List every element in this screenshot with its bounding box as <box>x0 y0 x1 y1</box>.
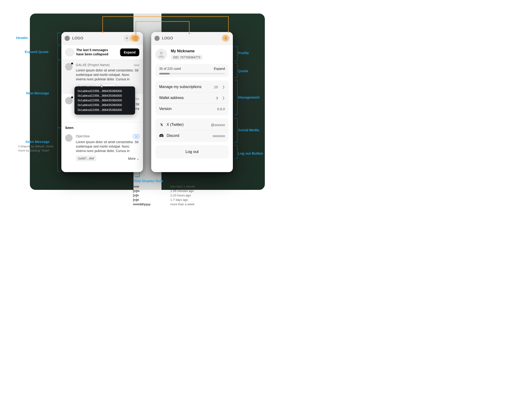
subscriptions-row[interactable]: Manage my subscriptions 25 ❯ <box>155 81 229 92</box>
row-label: Manage my subscriptions <box>159 85 201 89</box>
ann-management: Management <box>238 95 259 99</box>
feed-panel: LOGO + The last 5 messages have been col… <box>61 32 143 172</box>
profile-block: My Nickname DID: 707709384773 <box>151 45 233 64</box>
time-display-rule: Time Display Rule now less than 1 minute… <box>132 179 209 206</box>
row-label: X (Twitter) <box>167 123 184 127</box>
message-preview: Lorem ipsum dolor sit amet consectetur. … <box>76 68 139 81</box>
time-rule-row: mm/dd/yyyy more than a week <box>132 202 209 206</box>
discord-icon <box>159 134 164 137</box>
chevron-right-icon: ❯ <box>222 96 225 100</box>
tooltip-row: 0x1abksd22356...366435360000 <box>78 93 132 98</box>
logo-mark <box>154 36 160 41</box>
ann-header: Header <box>16 36 28 40</box>
tooltip-row: 0x1abksd22356...366435360000 <box>78 103 132 108</box>
version-row: Version 0.8.0 <box>155 103 229 114</box>
more-label: More <box>128 157 136 160</box>
row-value: xxxxxxx <box>213 134 225 138</box>
time-badge: 2d <box>133 134 139 138</box>
logout-card[interactable]: Log out <box>155 145 229 158</box>
row-value: 3 <box>216 96 218 100</box>
address-chip[interactable]: 0x897...4fef <box>76 156 96 161</box>
logo-text: LOGO <box>72 36 83 40</box>
wallet-row[interactable]: Wallet address 3 ❯ <box>155 92 229 103</box>
row-value: 25 <box>214 85 218 89</box>
chevron-down-icon: ⌄ <box>136 157 139 160</box>
back-button[interactable] <box>223 35 230 42</box>
ann-social: Social Media <box>238 128 259 132</box>
quota-bar <box>159 73 225 75</box>
cursor-icon <box>101 84 104 88</box>
unread-dot <box>71 63 73 64</box>
avatar <box>65 97 73 104</box>
row-label: Version <box>159 107 171 111</box>
time-rule-row: [n]h 1-23 hours ago <box>132 193 209 197</box>
chevron-left-icon <box>225 37 228 40</box>
chevron-right-icon: ❯ <box>222 85 225 89</box>
message-preview: Lorem ipsum dolor sit amet consectetur. … <box>76 140 139 153</box>
management-card: Manage my subscriptions 25 ❯ Wallet addr… <box>155 80 229 115</box>
tooltip-row: 0x1abksd22356...366435360000 <box>78 108 132 112</box>
time-rule-title: Time Display Rule <box>133 179 209 183</box>
seen-header: Seen <box>61 122 143 131</box>
ann-profile: Profile <box>238 51 249 55</box>
seen-message-item[interactable]: OpenSea 2d Lorem ipsum dolor sit amet co… <box>61 131 143 165</box>
addresses-tooltip: 0x1abksd22356...366435360000 0x1abksd223… <box>75 86 135 115</box>
ann-quota: Quota <box>238 69 248 73</box>
timestamp: now <box>134 63 139 67</box>
discord-row[interactable]: Discord xxxxxxx <box>155 130 229 141</box>
ann-new-message: New Message <box>26 91 49 95</box>
wireframe-canvas: LOGO + The last 5 messages have been col… <box>30 14 265 190</box>
quota-expand[interactable]: Expand <box>214 67 225 70</box>
sender-name: GALXE (Project Name) <box>76 63 110 67</box>
quota-card: 35 of 220 used Expand <box>155 64 229 77</box>
settings-panel: LOGO My Nickname DID: 707709384773 <box>151 32 233 172</box>
social-card: 𝕏 X (Twitter) @xxxxxx Discord xxxxxxx <box>155 118 229 142</box>
tooltip-row: 0x1abksd22356...366435360000 <box>78 89 132 93</box>
row-label: Wallet address <box>159 96 184 100</box>
logo-mark <box>65 36 70 41</box>
avatar <box>155 49 167 60</box>
ann-seen-sub: Collapse by default, check more by click… <box>18 144 56 153</box>
svg-point-0 <box>160 52 163 54</box>
ann-expand-quota: Expand Quota <box>25 50 48 54</box>
row-value: 0.8.0 <box>217 107 225 111</box>
avatar-stack <box>65 48 73 56</box>
expand-button[interactable]: Expand <box>120 48 139 56</box>
timestamp: 3m <box>135 97 139 101</box>
more-button[interactable]: More ⌄ <box>128 157 139 160</box>
quota-text: 35 of 220 used <box>159 67 181 70</box>
row-value: @xxxxxx <box>211 123 225 127</box>
time-rule-row: [n]m 1-59 minutes ago <box>132 189 209 193</box>
ann-seen-message: Seen Message <box>25 140 49 144</box>
time-rule-row: [n]d 1-7 days ago <box>132 197 209 202</box>
x-icon: 𝕏 <box>159 123 164 127</box>
banner-text: The last 5 messages have been collapsed <box>76 48 113 56</box>
collapsed-banner: The last 5 messages have been collapsed … <box>61 45 143 60</box>
sender-name: OpenSea <box>76 134 90 138</box>
unread-dot <box>71 97 73 98</box>
new-button[interactable]: + <box>124 35 130 42</box>
logout-button[interactable]: Log out <box>155 145 229 158</box>
tooltip-row: 0x1abksd22356...366435360000 <box>78 98 132 103</box>
avatar <box>65 134 73 142</box>
time-rule-row: now less than 1 minute <box>132 184 209 189</box>
x-row[interactable]: 𝕏 X (Twitter) @xxxxxx <box>155 119 229 130</box>
ann-logout: Log out Button <box>238 151 263 155</box>
message-item[interactable]: GALXE (Project Name) now Lorem ipsum dol… <box>61 60 143 94</box>
logo-text: LOGO <box>162 36 173 40</box>
did-badge: DID: 707709384773 <box>171 55 202 60</box>
person-icon <box>157 50 165 59</box>
profile-button[interactable] <box>133 35 140 42</box>
panel-header: LOGO <box>151 32 233 45</box>
row-label: Discord <box>167 134 179 138</box>
avatar <box>65 63 73 70</box>
nickname: My Nickname <box>171 49 202 53</box>
